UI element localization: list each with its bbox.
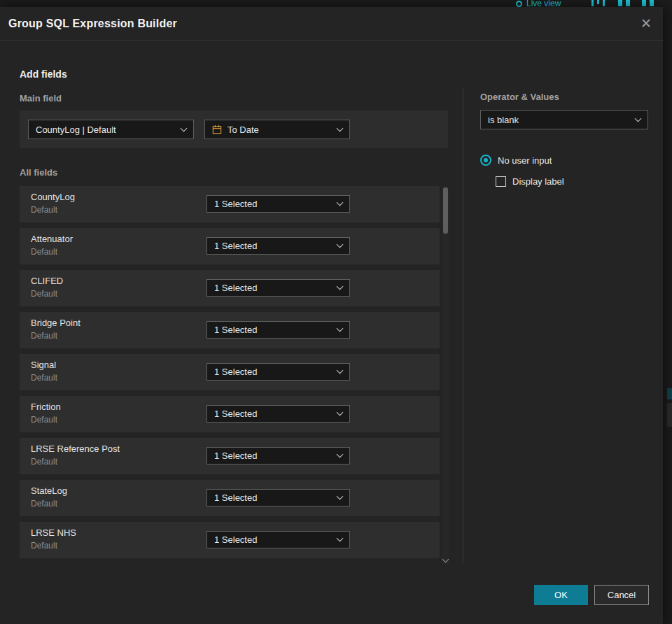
field-selection-dropdown[interactable]: 1 Selected: [206, 489, 350, 506]
scrollbar-thumb[interactable]: [443, 187, 448, 234]
toolbar-button-fragment: [618, 0, 622, 6]
add-fields-heading: Add fields: [20, 69, 67, 80]
close-icon[interactable]: ✕: [640, 17, 652, 30]
no-user-input-label: No user input: [498, 155, 552, 166]
field-row: Friction Default 1 Selected: [20, 396, 440, 432]
display-label-text: Display label: [512, 176, 564, 187]
field-subtitle: Default: [31, 499, 57, 509]
field-row: Attenuator Default 1 Selected: [20, 228, 440, 264]
no-user-input-radio[interactable]: No user input: [480, 155, 552, 166]
all-fields-label: All fields: [20, 167, 57, 178]
field-row: LRSE NHS Default 1 Selected: [20, 522, 440, 558]
field-selection-dropdown[interactable]: 1 Selected: [206, 447, 350, 465]
live-view-label: Live view: [526, 0, 561, 7]
field-name: LRSE NHS: [31, 527, 76, 538]
field-name: CountyLog: [31, 192, 75, 202]
main-field-dropdown[interactable]: CountyLog | Default: [28, 120, 194, 139]
toolbar-button-fragment: [650, 0, 654, 6]
field-name: Bridge Point: [31, 318, 80, 328]
field-selection-value: 1 Selected: [214, 325, 257, 335]
field-row: StateLog Default 1 Selected: [20, 480, 440, 516]
field-subtitle: Default: [31, 331, 57, 341]
field-selection-dropdown[interactable]: 1 Selected: [206, 195, 350, 213]
field-subtitle: Default: [31, 541, 57, 551]
cancel-button[interactable]: Cancel: [594, 585, 649, 605]
field-selection-dropdown[interactable]: 1 Selected: [206, 405, 350, 423]
field-selection-dropdown[interactable]: 1 Selected: [206, 279, 350, 297]
field-selection-value: 1 Selected: [214, 241, 257, 251]
app-backdrop: Live view: [0, 0, 672, 7]
field-selection-value: 1 Selected: [214, 492, 257, 503]
field-row: CountyLog Default 1 Selected: [20, 186, 440, 222]
chevron-down-icon: [337, 535, 344, 542]
app-backdrop-right: [663, 7, 672, 624]
chevron-down-icon: [337, 325, 344, 332]
date-field-dropdown[interactable]: To Date: [204, 120, 350, 139]
checkbox-unchecked-icon: [496, 176, 506, 187]
field-selection-dropdown[interactable]: 1 Selected: [206, 363, 350, 381]
field-selection-value: 1 Selected: [214, 367, 257, 377]
backdrop-fragment: [667, 388, 672, 399]
field-row: CLIFED Default 1 Selected: [20, 270, 440, 306]
toolbar-icons-fragment: [592, 0, 654, 7]
dialog-title: Group SQL Expression Builder: [8, 17, 177, 30]
chevron-down-icon: [337, 367, 344, 374]
chevron-down-icon: [337, 241, 344, 248]
field-selection-value: 1 Selected: [214, 283, 257, 293]
field-name: Attenuator: [31, 234, 73, 244]
chevron-down-icon: [337, 409, 344, 416]
toolbar-button-fragment: [642, 0, 646, 6]
live-view-indicator: Live view: [516, 0, 561, 7]
field-row: Signal Default 1 Selected: [20, 354, 440, 390]
chart-bar-icon: [592, 0, 594, 6]
chart-bar-icon: [603, 0, 605, 6]
field-selection-dropdown[interactable]: 1 Selected: [206, 321, 350, 339]
fields-scrollbar[interactable]: [442, 186, 449, 564]
chart-bar-icon: [597, 0, 599, 4]
radio-selected-icon: [480, 155, 491, 166]
backdrop-fragment: [667, 403, 672, 427]
field-subtitle: Default: [31, 415, 57, 425]
dialog-footer: OK Cancel: [534, 585, 649, 605]
field-selection-value: 1 Selected: [214, 451, 257, 461]
operator-dropdown[interactable]: is blank: [480, 110, 648, 129]
chevron-down-icon: [337, 199, 344, 206]
field-subtitle: Default: [31, 247, 57, 257]
dialog-header: Group SQL Expression Builder ✕: [0, 7, 663, 41]
all-fields-list: CountyLog Default 1 Selected Attenuator …: [20, 186, 440, 564]
chevron-down-icon: [635, 115, 642, 122]
field-selection-value: 1 Selected: [214, 534, 257, 545]
field-subtitle: Default: [31, 373, 57, 383]
field-name: Signal: [31, 360, 56, 370]
toolbar-button-fragment: [626, 0, 630, 6]
field-row: Bridge Point Default 1 Selected: [20, 312, 440, 348]
field-name: Friction: [31, 402, 61, 412]
field-subtitle: Default: [31, 289, 57, 299]
date-field-dropdown-value: To Date: [227, 125, 259, 135]
scrollbar-down-arrow-icon[interactable]: [442, 557, 449, 562]
field-row: LRSE Reference Post Default 1 Selected: [20, 438, 440, 474]
ok-button[interactable]: OK: [534, 585, 588, 605]
chevron-down-icon: [337, 493, 344, 500]
field-name: StateLog: [31, 485, 67, 496]
main-field-dropdown-value: CountyLog | Default: [36, 125, 116, 135]
field-name: LRSE Reference Post: [31, 444, 120, 454]
screen: Live view Group SQL Expression Builder ✕…: [0, 0, 672, 624]
field-name: CLIFED: [31, 276, 63, 286]
field-selection-dropdown[interactable]: 1 Selected: [206, 237, 350, 255]
field-subtitle: Default: [31, 457, 57, 467]
main-field-panel: CountyLog | Default To Date: [20, 111, 448, 148]
operator-values-label: Operator & Values: [480, 92, 559, 102]
operator-dropdown-value: is blank: [488, 115, 519, 125]
display-label-checkbox[interactable]: Display label: [496, 176, 564, 187]
chevron-down-icon: [337, 125, 344, 132]
calendar-icon: [212, 125, 222, 134]
field-selection-value: 1 Selected: [214, 199, 257, 209]
column-divider: [463, 87, 463, 563]
main-field-label: Main field: [20, 93, 62, 104]
field-selection-dropdown[interactable]: 1 Selected: [206, 531, 350, 548]
live-dot-icon: [516, 1, 522, 7]
chevron-down-icon: [181, 125, 188, 132]
group-sql-expression-builder-dialog: Group SQL Expression Builder ✕ Add field…: [0, 7, 663, 624]
chevron-down-icon: [337, 451, 344, 458]
